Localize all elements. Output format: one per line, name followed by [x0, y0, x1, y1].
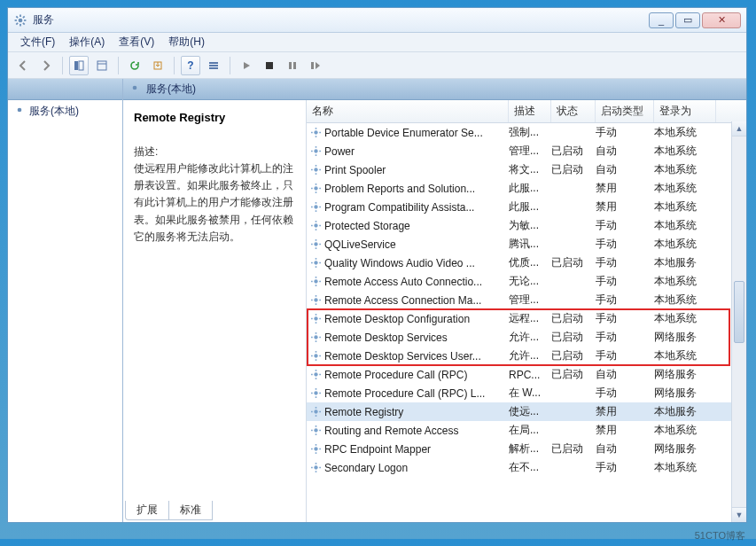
svg-line-5: [16, 16, 18, 18]
service-row[interactable]: Print Spooler将文...已启动自动本地系统: [307, 160, 746, 179]
scroll-up-button[interactable]: ▲: [732, 121, 746, 136]
service-row[interactable]: Quality Windows Audio Video ...优质...已启动手…: [307, 254, 746, 272]
menu-view[interactable]: 查看(V): [112, 33, 161, 51]
service-row[interactable]: QQLiveService腾讯...手动本地系统: [307, 235, 746, 254]
service-row[interactable]: Protected Storage为敏...手动本地系统: [307, 216, 746, 235]
gear-icon: [307, 332, 324, 343]
menu-help[interactable]: 帮助(H): [161, 33, 212, 51]
cell-desc: 在 W...: [509, 386, 551, 401]
tab-extended[interactable]: 扩展: [125, 501, 169, 520]
column-headers[interactable]: 名称 描述 状态 启动类型 登录为: [307, 100, 746, 123]
cell-logon: 网络服务: [654, 330, 716, 345]
service-row[interactable]: RPC Endpoint Mapper解析...已启动自动网络服务: [307, 440, 746, 458]
service-row[interactable]: Remote Desktop Services允许...已启动手动网络服务: [307, 328, 746, 347]
service-row[interactable]: Remote Procedure Call (RPC)RPC...已启动自动网络…: [307, 365, 746, 384]
tree-root-label: 服务(本地): [29, 104, 79, 119]
export-button[interactable]: [148, 56, 168, 75]
cell-name: Secondary Logon: [324, 462, 509, 474]
forward-button[interactable]: [36, 56, 56, 75]
pause-service-button[interactable]: [283, 56, 302, 75]
cell-logon: 网络服务: [654, 386, 716, 401]
service-row[interactable]: Power管理...已启动自动本地系统: [307, 142, 746, 160]
svg-point-63: [314, 279, 317, 283]
close-button[interactable]: ✕: [702, 12, 741, 28]
restart-service-button[interactable]: [306, 56, 325, 75]
cell-desc: 在局...: [509, 423, 551, 438]
cell-logon: 本地系统: [654, 237, 716, 252]
service-row[interactable]: Portable Device Enumerator Se...强制...手动本…: [307, 123, 746, 142]
cell-start: 禁用: [596, 199, 654, 214]
cell-name: RPC Endpoint Mapper: [324, 443, 509, 456]
refresh-button[interactable]: [125, 56, 144, 75]
service-row[interactable]: Remote Procedure Call (RPC) L...在 W...手动…: [307, 384, 746, 402]
service-row[interactable]: Remote Access Connection Ma...管理...手动本地系…: [307, 291, 746, 309]
cell-name: Remote Procedure Call (RPC): [324, 369, 509, 381]
scrollbar[interactable]: ▲ ▼: [731, 121, 746, 522]
cell-desc: 此服...: [509, 199, 551, 214]
gear-icon: [307, 145, 324, 157]
service-row[interactable]: Problem Reports and Solution...此服...禁用本地…: [307, 179, 746, 198]
menu-action[interactable]: 操作(A): [62, 33, 112, 51]
svg-point-83: [314, 354, 317, 357]
back-button[interactable]: [13, 56, 33, 75]
service-row[interactable]: Remote Desktop Configuration远程...已启动手动本地…: [307, 309, 746, 328]
gear-icon: [307, 443, 324, 455]
titlebar[interactable]: 服务 _ ▭ ✕: [8, 8, 746, 33]
service-row[interactable]: Program Compatibility Assista...此服...禁用本…: [307, 198, 746, 216]
maximize-button[interactable]: ▭: [675, 12, 700, 28]
minimize-button[interactable]: _: [649, 12, 674, 28]
cell-desc: 远程...: [509, 311, 551, 326]
tab-standard[interactable]: 标准: [168, 501, 213, 520]
show-hide-tree-button[interactable]: [69, 56, 89, 75]
separator: [118, 57, 119, 74]
stop-service-button[interactable]: [260, 56, 279, 75]
window-title: 服务: [33, 12, 649, 27]
gear-icon: [129, 82, 141, 97]
view-detail-button[interactable]: [204, 56, 223, 75]
scroll-thumb[interactable]: [734, 281, 744, 343]
cell-desc: 为敏...: [509, 218, 551, 233]
menu-file[interactable]: 文件(F): [13, 33, 62, 51]
service-row[interactable]: Remote Access Auto Connectio...无论...手动本地…: [307, 272, 746, 291]
cell-name: Remote Desktop Services User...: [324, 350, 509, 363]
svg-line-6: [23, 22, 25, 24]
cell-desc: 允许...: [509, 348, 551, 363]
cell-logon: 本地系统: [654, 460, 716, 475]
service-row[interactable]: Remote Registry使远...禁用本地服务: [307, 402, 746, 421]
cell-name: Problem Reports and Solution...: [324, 183, 509, 195]
gear-icon: [307, 201, 324, 213]
col-logon[interactable]: 登录为: [654, 100, 716, 122]
cell-desc: 优质...: [509, 255, 551, 270]
tree-root[interactable]: 服务(本地): [8, 100, 122, 122]
svg-point-0: [19, 18, 23, 22]
svg-rect-11: [97, 61, 106, 70]
start-service-button[interactable]: [237, 56, 256, 75]
properties-button[interactable]: [92, 56, 112, 75]
svg-point-48: [314, 223, 317, 227]
cell-logon: 本地系统: [654, 292, 716, 308]
col-name[interactable]: 名称: [307, 100, 509, 122]
cell-desc: 将文...: [509, 162, 551, 177]
col-start[interactable]: 启动类型: [596, 100, 654, 122]
detail-panel: Remote Registry 描述: 使远程用户能修改此计算机上的注册表设置。…: [123, 100, 306, 522]
col-desc[interactable]: 描述: [509, 100, 551, 122]
help-button[interactable]: ?: [181, 56, 200, 75]
cell-logon: 本地系统: [654, 218, 716, 233]
service-row[interactable]: Remote Desktop Services User...允许...已启动手…: [307, 347, 746, 365]
menubar: 文件(F) 操作(A) 查看(V) 帮助(H): [8, 33, 746, 52]
service-row[interactable]: Secondary Logon在不...手动本地系统: [307, 458, 746, 477]
cell-logon: 本地系统: [654, 348, 716, 363]
svg-point-103: [314, 428, 317, 432]
col-status[interactable]: 状态: [551, 100, 596, 122]
gear-icon: [307, 350, 324, 362]
cell-start: 手动: [596, 330, 654, 345]
cell-start: 手动: [596, 255, 654, 270]
cell-start: 手动: [596, 125, 654, 140]
scroll-down-button[interactable]: ▼: [732, 507, 746, 522]
svg-line-8: [23, 16, 25, 18]
gear-icon: [307, 294, 324, 306]
cell-name: Quality Windows Audio Video ...: [324, 257, 509, 269]
cell-desc: 使远...: [509, 404, 551, 419]
service-row[interactable]: Routing and Remote Access在局...禁用本地系统: [307, 421, 746, 440]
gear-icon: [307, 406, 324, 417]
